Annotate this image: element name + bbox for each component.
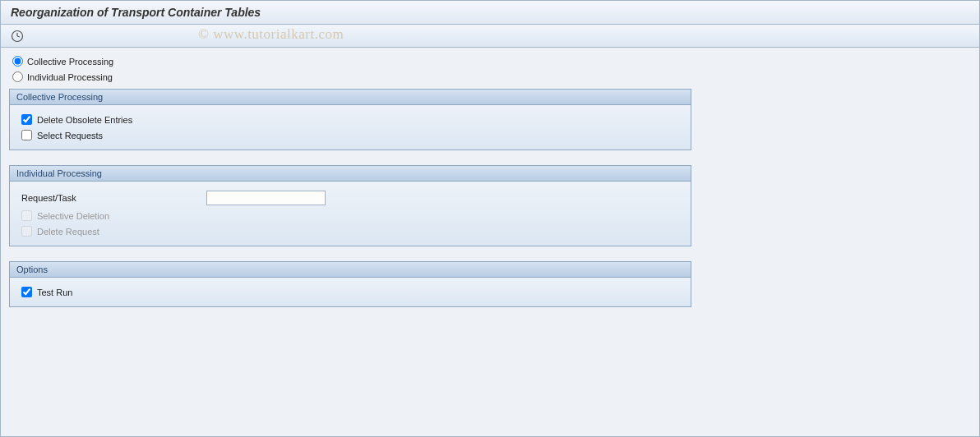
individual-group-body: Request/Task Selective Deletion Delete R… — [10, 182, 691, 246]
select-requests-checkbox[interactable] — [21, 130, 32, 140]
radio-individual-label: Individual Processing — [27, 72, 113, 82]
delete-request-row: Delete Request — [18, 223, 682, 239]
select-requests-row: Select Requests — [18, 127, 682, 143]
test-run-row: Test Run — [18, 284, 682, 300]
collective-group-header: Collective Processing — [10, 90, 691, 105]
radio-collective-processing[interactable]: Collective Processing — [9, 54, 971, 68]
title-bar: Reorganization of Transport Container Ta… — [1, 1, 979, 25]
radio-collective-label: Collective Processing — [27, 57, 113, 67]
selective-deletion-row: Selective Deletion — [18, 208, 682, 223]
radio-collective-input[interactable] — [12, 56, 23, 67]
collective-processing-group: Collective Processing Delete Obsolete En… — [9, 89, 691, 150]
radio-individual-input[interactable] — [12, 71, 23, 82]
delete-request-label: Delete Request — [37, 227, 99, 237]
toolbar: © www.tutorialkart.com — [1, 25, 979, 48]
options-group-header: Options — [10, 262, 691, 278]
request-task-label: Request/Task — [21, 193, 206, 203]
radio-individual-processing[interactable]: Individual Processing — [9, 70, 971, 84]
options-group: Options Test Run — [9, 261, 691, 307]
test-run-label: Test Run — [37, 288, 72, 297]
selective-deletion-label: Selective Deletion — [37, 211, 109, 221]
collective-group-body: Delete Obsolete Entries Select Requests — [10, 105, 691, 150]
request-task-input[interactable] — [206, 191, 326, 205]
individual-processing-group: Individual Processing Request/Task Selec… — [9, 165, 691, 246]
delete-obsolete-label: Delete Obsolete Entries — [37, 115, 132, 125]
delete-obsolete-row: Delete Obsolete Entries — [18, 112, 682, 127]
individual-group-header: Individual Processing — [10, 166, 691, 182]
content-area: Collective Processing Individual Process… — [1, 48, 979, 314]
select-requests-label: Select Requests — [37, 131, 103, 140]
request-task-row: Request/Task — [18, 188, 682, 208]
delete-request-checkbox — [21, 226, 32, 237]
watermark: © www.tutorialkart.com — [198, 26, 344, 43]
svg-line-2 — [17, 36, 20, 37]
test-run-checkbox[interactable] — [21, 287, 32, 297]
page-title: Reorganization of Transport Container Ta… — [11, 6, 261, 19]
execute-icon[interactable] — [9, 28, 25, 44]
selective-deletion-checkbox — [21, 210, 32, 221]
delete-obsolete-checkbox[interactable] — [21, 114, 32, 125]
options-group-body: Test Run — [10, 278, 691, 306]
